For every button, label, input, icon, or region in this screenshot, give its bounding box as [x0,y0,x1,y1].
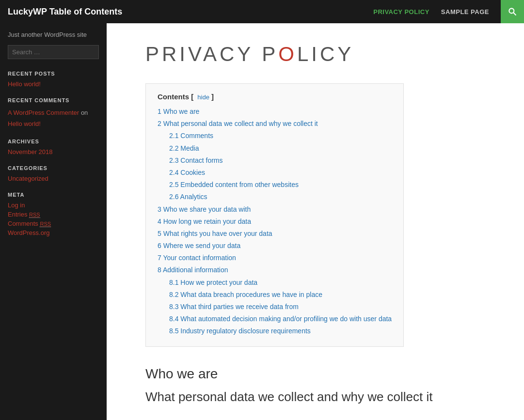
rss-abbr-comments: RSS [40,221,51,227]
toc-link-4[interactable]: 4 How long we retain your data [158,218,251,225]
page-title: PRIVACY POLICY [145,43,485,66]
nav-privacy-policy[interactable]: PRIVACY POLICY [373,8,429,16]
toc-link-8[interactable]: 8 Additional information [158,266,228,274]
toc-link-7[interactable]: 7 Your contact information [158,254,236,262]
toc-item-8-1: 8.1 How we protect your data [158,277,392,289]
recent-posts-section: RECENT POSTS Hello world! [8,71,99,88]
svg-point-0 [509,8,514,13]
layout: Just another WordPress site RECENT POSTS… [0,23,524,420]
toc-bracket-close: ] [209,93,214,101]
toc-label: Contents [158,93,189,101]
toc-link-6[interactable]: 6 Where we send your data [158,242,240,249]
site-header: LuckyWP Table of Contents PRIVACY POLICY… [0,0,524,23]
toc-item-2: 2 What personal data we collect and why … [158,118,392,130]
toc-bracket-open: [ [191,93,195,101]
toc-link-8-4[interactable]: 8.4 What automated decision making and/o… [169,315,392,323]
meta-entries-rss[interactable]: Entries RSS [8,211,99,218]
comment-post-link[interactable]: Hello world! [8,120,41,127]
toc-link-8-3[interactable]: 8.3 What third parties we receive data f… [169,303,299,311]
toc-box: Contents [ hide ] 1 Who we are 2 What pe… [145,83,404,347]
rss-abbr-entries: RSS [29,212,40,218]
svg-line-1 [513,13,516,15]
toc-link-5[interactable]: 5 What rights you have over your data [158,230,272,237]
meta-comments-rss[interactable]: Comments RSS [8,220,99,227]
page-title-red-o: O [278,43,297,65]
toc-link-2-4[interactable]: 2.4 Cookies [169,169,205,176]
archives-section: ARCHIVES November 2018 [8,139,99,156]
toc-item-8-2: 8.2 What data breach procedures we have … [158,289,392,301]
toc-item-2-1: 2.1 Comments [158,130,392,142]
toc-header: Contents [ hide ] [158,93,392,101]
toc-item-8-3: 8.3 What third parties we receive data f… [158,301,392,313]
toc-item-5: 5 What rights you have over your data [158,228,392,240]
toc-item-8: 8 Additional information [158,264,392,276]
search-input[interactable] [8,45,99,59]
toc-item-2-2: 2.2 Media [158,142,392,155]
site-tagline: Just another WordPress site [8,31,99,38]
header-nav: PRIVACY POLICY SAMPLE PAGE [373,0,516,23]
archive-nov-2018[interactable]: November 2018 [8,148,99,156]
toc-list: 1 Who we are 2 What personal data we col… [158,106,392,338]
toc-link-8-2[interactable]: 8.2 What data breach procedures we have … [169,291,322,298]
toc-item-4: 4 How long we retain your data [158,216,392,228]
section-heading-who-we-are: Who we are [145,366,485,382]
toc-item-8-4: 8.4 What automated decision making and/o… [158,313,392,325]
meta-section: META Log in Entries RSS Comments RSS Wor… [8,192,99,236]
toc-link-2-3[interactable]: 2.3 Contact forms [169,156,223,164]
meta-title: META [8,192,99,198]
toc-item-3: 3 Who we share your data with [158,203,392,216]
categories-section: CATEGORIES Uncategorized [8,165,99,182]
comments-rss-text: Comments [8,220,40,227]
nav-sample-page[interactable]: SAMPLE PAGE [441,8,489,16]
comment-author[interactable]: A WordPress Commenter [8,109,79,116]
meta-wordpress-org[interactable]: WordPress.org [8,229,99,236]
archives-title: ARCHIVES [8,139,99,144]
toc-link-1[interactable]: 1 Who we are [158,108,199,115]
toc-link-2-6[interactable]: 2.6 Analytics [169,193,207,201]
toc-link-2-2[interactable]: 2.2 Media [169,144,199,152]
comment-entry: A WordPress Commenter on Hello world! [8,107,99,129]
toc-item-2-6: 2.6 Analytics [158,191,392,203]
recent-comments-title: RECENT COMMENTS [8,97,99,103]
toc-hide-link[interactable]: hide [197,93,209,101]
toc-item-6: 6 Where we send your data [158,240,392,252]
toc-item-2-3: 2.3 Contact forms [158,155,392,167]
category-uncategorized[interactable]: Uncategorized [8,175,99,182]
toc-link-8-5[interactable]: 8.5 Industry regulatory disclosure requi… [169,327,311,335]
section-heading-what-personal-data: What personal data we collect and why we… [145,389,485,404]
toc-item-1: 1 Who we are [158,106,392,118]
recent-posts-title: RECENT POSTS [8,71,99,77]
header-left: LuckyWP Table of Contents [8,7,122,17]
toc-link-3[interactable]: 3 Who we share your data with [158,205,251,213]
search-icon[interactable] [501,0,524,23]
sidebar: Just another WordPress site RECENT POSTS… [0,23,107,420]
categories-title: CATEGORIES [8,165,99,171]
site-title[interactable]: LuckyWP Table of Contents [8,7,122,17]
page-title-suffix: LICY [297,43,354,65]
page-title-prefix: PRIVACY P [145,43,278,65]
recent-comments-section: RECENT COMMENTS A WordPress Commenter on… [8,97,99,129]
meta-login[interactable]: Log in [8,202,99,209]
recent-post-hello-world[interactable]: Hello world! [8,80,99,88]
toc-link-2-1[interactable]: 2.1 Comments [169,132,213,140]
toc-item-7: 7 Your contact information [158,252,392,264]
toc-link-2[interactable]: 2 What personal data we collect and why … [158,120,318,127]
comment-on-text: on [81,109,88,116]
toc-item-2-4: 2.4 Cookies [158,167,392,179]
toc-link-2-5[interactable]: 2.5 Embedded content from other websites [169,181,299,188]
toc-item-8-5: 8.5 Industry regulatory disclosure requi… [158,325,392,337]
entries-rss-text: Entries [8,211,29,218]
toc-link-8-1[interactable]: 8.1 How we protect your data [169,279,257,286]
main-content: PRIVACY POLICY Contents [ hide ] 1 Who w… [107,23,524,420]
toc-item-2-5: 2.5 Embedded content from other websites [158,179,392,191]
